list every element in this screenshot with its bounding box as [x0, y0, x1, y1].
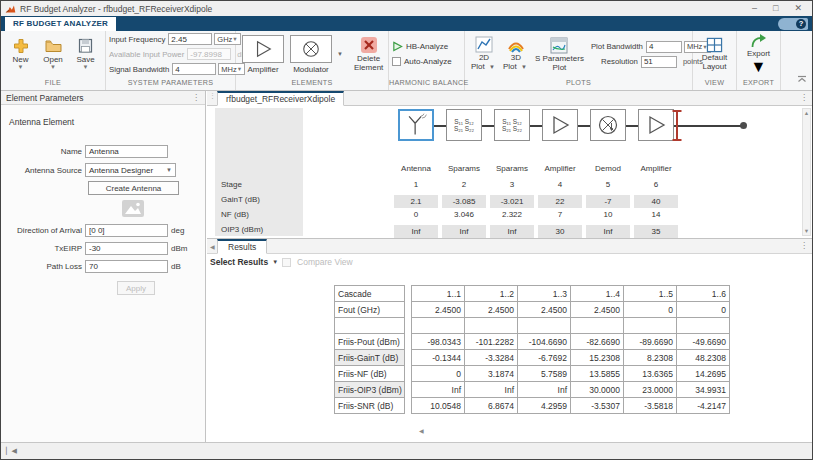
- select-results-arrow[interactable]: ▼: [272, 259, 278, 265]
- hb-analyze-button[interactable]: HB-Analyze: [392, 39, 448, 54]
- ribbon-toolbar: New ▼ Open ▼ Save ▼ FILE: [1, 31, 812, 91]
- plot-2d-button[interactable]: 2D Plot ▼: [471, 36, 497, 72]
- help-icon: ?: [796, 19, 806, 29]
- input-frequency-field[interactable]: [168, 33, 212, 45]
- minimize-button[interactable]: –: [752, 2, 757, 15]
- results-cell: 2.4500: [465, 302, 518, 318]
- stage-cell: Inf: [490, 225, 534, 238]
- open-dropdown-arrow[interactable]: ▼: [50, 64, 56, 71]
- stage-column-header: Demod: [584, 164, 632, 173]
- results-hscroll-left-icon[interactable]: ◀: [419, 427, 424, 434]
- stage-cell: 40: [634, 195, 678, 208]
- results-cell: [677, 318, 730, 334]
- results-row-label: Friis-GainT (dB): [335, 350, 405, 366]
- delete-element-button[interactable]: Delete Element: [354, 36, 383, 72]
- main-area: Element Parameters ⋮ Antenna Element Nam…: [1, 91, 812, 442]
- plot-bandwidth-field[interactable]: [646, 41, 682, 53]
- save-dropdown-arrow[interactable]: ▼: [83, 64, 89, 71]
- new-button[interactable]: New ▼: [5, 38, 37, 71]
- stage-cell: 1: [392, 180, 440, 189]
- sparams-block-1[interactable]: S₁₁ S₁₂ S₂₁ S₂₂: [446, 109, 482, 141]
- antenna-icon: [403, 112, 429, 138]
- apply-button[interactable]: Apply: [117, 281, 155, 295]
- results-cell: 10.0548: [412, 398, 465, 414]
- save-button[interactable]: Save ▼: [70, 38, 102, 71]
- chain-output-node: [740, 122, 747, 129]
- default-layout-button[interactable]: Default Layout: [702, 37, 727, 71]
- stage-cell: Inf: [586, 225, 630, 238]
- stage-row-label: GainT (dB): [221, 195, 260, 204]
- signal-bandwidth-field[interactable]: [172, 63, 216, 75]
- open-button[interactable]: Open ▼: [37, 38, 69, 71]
- demod-icon: [595, 113, 621, 137]
- results-menu-icon[interactable]: ⋮: [800, 241, 808, 251]
- stage-column-header: Antenna: [392, 164, 440, 173]
- stage-cell: 7: [536, 210, 584, 219]
- stage-cell: Inf: [442, 225, 486, 238]
- section-elements: Amplifier Modulator ▼ Delete Element ELE…: [236, 31, 389, 90]
- help-button[interactable]: ?: [778, 18, 808, 30]
- amplifier-block-2[interactable]: [638, 109, 674, 141]
- auto-analyze-checkbox[interactable]: Auto-Analyze: [392, 54, 452, 69]
- maximize-button[interactable]: □: [773, 2, 778, 15]
- stage-cell: 6: [632, 180, 680, 189]
- stage-cell: Inf: [394, 225, 438, 238]
- results-cell: -49.6690: [677, 334, 730, 350]
- statusbar-dock-icon[interactable]: ▏◀: [6, 447, 17, 455]
- s-parameters-plot-button[interactable]: S Parameters Plot: [535, 37, 584, 72]
- txeirp-field[interactable]: [85, 242, 168, 255]
- results-cell: 1..5: [624, 286, 677, 302]
- results-cell: -4.2147: [677, 398, 730, 414]
- results-cell: 1..1: [412, 286, 465, 302]
- plot-2d-arrow[interactable]: ▼: [489, 64, 495, 70]
- export-button[interactable]: Export ▼: [747, 33, 770, 76]
- stage-cell: 5: [584, 180, 632, 189]
- stage-cell: 30: [538, 225, 582, 238]
- results-cell: -101.2282: [465, 334, 518, 350]
- scroll-up-icon[interactable]: ▲: [803, 110, 810, 116]
- compare-view-checkbox[interactable]: [282, 258, 291, 267]
- results-cell: 15.2308: [571, 350, 624, 366]
- plot-3d-icon: [507, 36, 525, 53]
- stage-cell: 22: [538, 195, 582, 208]
- ribbon-tab-rf-budget-analyzer[interactable]: RF BUDGET ANALYZER: [5, 17, 116, 31]
- collapse-ribbon-button[interactable]: [797, 69, 807, 87]
- document-tab[interactable]: rfbudget_RFReceiverXdipole: [217, 91, 344, 106]
- output-terminator-icon: [670, 108, 684, 143]
- name-field[interactable]: [85, 145, 168, 158]
- document-menu-icon[interactable]: ⋮: [800, 93, 808, 103]
- antenna-source-select[interactable]: Antenna Designer ▼: [85, 163, 176, 177]
- direction-of-arrival-field[interactable]: [85, 224, 168, 237]
- input-frequency-label: Input Frequency: [109, 35, 168, 44]
- resolution-field[interactable]: [641, 56, 677, 68]
- results-collapse-icon[interactable]: ◀: [210, 243, 215, 250]
- stage-cell: 3.046: [440, 210, 488, 219]
- results-cell: Inf: [412, 382, 465, 398]
- delete-icon: [360, 36, 378, 54]
- results-tab[interactable]: Results: [217, 239, 267, 254]
- amplifier-element-button[interactable]: Amplifier: [242, 35, 284, 74]
- plot-3d-arrow[interactable]: ▼: [521, 64, 527, 70]
- plot-3d-button[interactable]: 3D Plot ▼: [503, 36, 529, 72]
- close-button[interactable]: ✕: [794, 2, 802, 15]
- modulator-element-button[interactable]: Modulator: [290, 35, 332, 74]
- panel-menu-icon[interactable]: ⋮: [192, 93, 200, 103]
- signal-bandwidth-label: Signal Bandwidth: [109, 65, 172, 74]
- results-cell: 0: [677, 302, 730, 318]
- stage-cell: 10: [584, 210, 632, 219]
- export-arrow-icon: [750, 33, 768, 49]
- demod-block[interactable]: [590, 109, 626, 141]
- elements-gallery-arrow[interactable]: ▼: [337, 51, 343, 57]
- scroll-down-icon[interactable]: ▼: [803, 228, 810, 234]
- amplifier-block-1[interactable]: [542, 109, 578, 141]
- name-label: Name: [1, 147, 85, 156]
- path-loss-field[interactable]: [85, 260, 168, 273]
- new-dropdown-arrow[interactable]: ▼: [18, 64, 24, 71]
- direction-of-arrival-unit: deg: [171, 226, 184, 235]
- canvas-vertical-scrollbar[interactable]: ▲ ▼: [802, 108, 811, 236]
- amplifier-icon: [643, 113, 669, 137]
- antenna-block[interactable]: [398, 109, 434, 141]
- sparams-block-2[interactable]: S₁₁ S₁₂ S₂₁ S₂₂: [494, 109, 530, 141]
- export-dropdown-arrow[interactable]: ▼: [751, 58, 767, 76]
- create-antenna-button[interactable]: Create Antenna: [88, 181, 179, 195]
